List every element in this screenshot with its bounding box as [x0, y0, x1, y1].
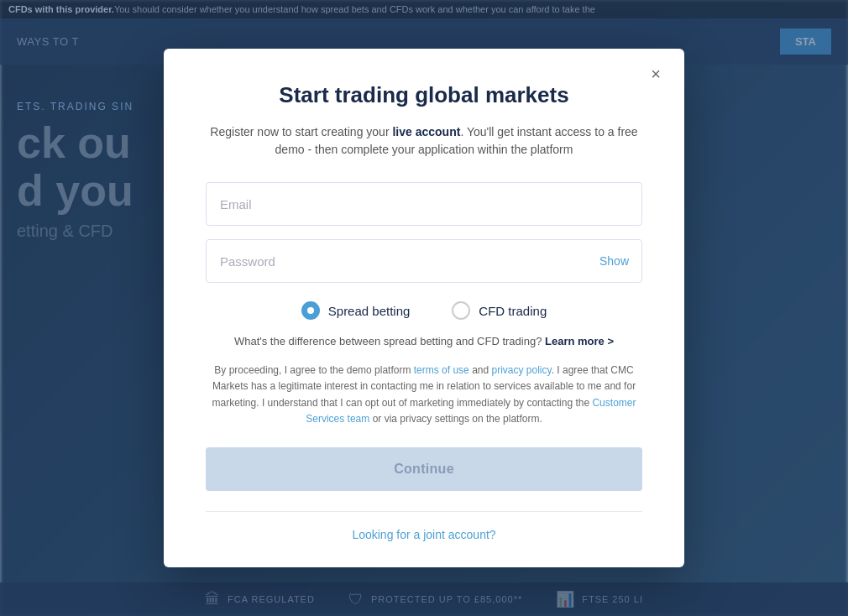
learn-more-link[interactable]: Learn more >	[545, 335, 614, 347]
spread-betting-option[interactable]: Spread betting	[301, 301, 411, 320]
legal-text-3: or via privacy settings on the platform.	[369, 413, 542, 425]
subtitle-normal: Register now to start creating your	[210, 125, 392, 138]
modal-title: Start trading global markets	[206, 82, 642, 108]
spread-betting-label: Spread betting	[328, 304, 411, 318]
registration-modal: × Start trading global markets Register …	[164, 49, 684, 567]
password-input[interactable]	[206, 239, 642, 283]
joint-account-row: Looking for a joint account?	[206, 527, 642, 542]
continue-button[interactable]: Continue	[206, 447, 642, 491]
modal-subtitle: Register now to start creating your live…	[206, 123, 642, 159]
cfd-trading-option[interactable]: CFD trading	[452, 301, 547, 320]
email-group	[206, 182, 642, 226]
modal-divider	[206, 511, 642, 512]
password-wrapper: Show	[206, 239, 642, 283]
privacy-link[interactable]: privacy policy	[492, 364, 552, 376]
legal-text: By proceeding, I agree to the demo platf…	[206, 363, 642, 427]
joint-account-link[interactable]: Looking for a joint account?	[352, 528, 495, 541]
subtitle-bold: live account	[392, 125, 460, 138]
modal-backdrop: × Start trading global markets Register …	[0, 0, 848, 616]
legal-text-1: By proceeding, I agree to the demo platf…	[214, 364, 413, 376]
learn-more-text: What's the difference between spread bet…	[234, 335, 542, 347]
email-input[interactable]	[206, 182, 642, 226]
modal-close-button[interactable]: ×	[644, 62, 667, 86]
cfd-trading-label: CFD trading	[479, 304, 547, 318]
password-group: Show	[206, 239, 642, 283]
legal-and: and	[469, 364, 492, 376]
show-password-button[interactable]: Show	[599, 254, 629, 268]
terms-link[interactable]: terms of use	[414, 364, 469, 376]
cfd-trading-radio[interactable]	[452, 301, 470, 320]
spread-betting-radio[interactable]	[301, 301, 320, 320]
learn-more-row: What's the difference between spread bet…	[206, 335, 642, 347]
account-type-group: Spread betting CFD trading	[206, 301, 642, 320]
